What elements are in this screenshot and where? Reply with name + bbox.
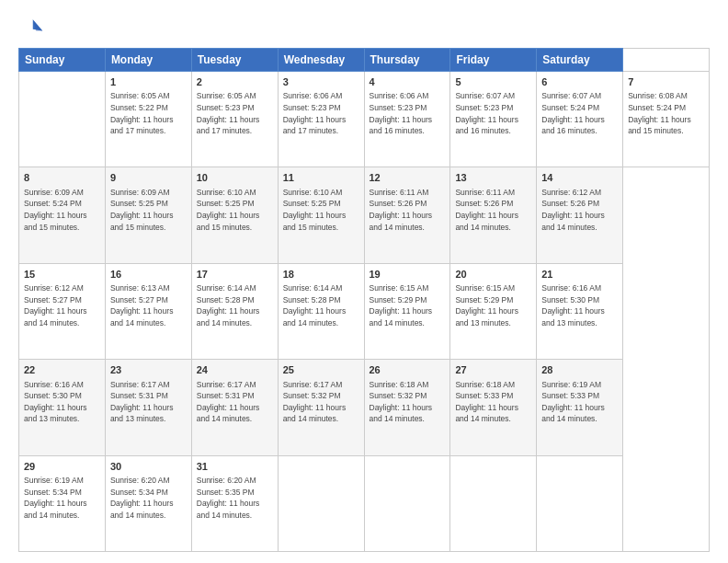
- calendar-cell: 29Sunrise: 6:19 AMSunset: 5:34 PMDayligh…: [19, 455, 106, 551]
- weekday-header-thursday: Thursday: [364, 49, 450, 72]
- day-number: 4: [370, 75, 446, 89]
- day-number: 20: [455, 268, 531, 282]
- day-info: Sunrise: 6:05 AMSunset: 5:23 PMDaylight:…: [197, 91, 260, 135]
- calendar-cell: 14Sunrise: 6:12 AMSunset: 5:26 PMDayligh…: [537, 167, 623, 263]
- day-info: Sunrise: 6:15 AMSunset: 5:29 PMDaylight:…: [370, 283, 433, 327]
- day-info: Sunrise: 6:11 AMSunset: 5:26 PMDaylight:…: [455, 188, 518, 232]
- day-info: Sunrise: 6:15 AMSunset: 5:29 PMDaylight:…: [455, 283, 518, 327]
- day-info: Sunrise: 6:14 AMSunset: 5:28 PMDaylight:…: [197, 283, 260, 327]
- calendar-cell: 30Sunrise: 6:20 AMSunset: 5:34 PMDayligh…: [105, 455, 191, 551]
- day-info: Sunrise: 6:18 AMSunset: 5:33 PMDaylight:…: [455, 380, 518, 424]
- calendar-cell: 4Sunrise: 6:06 AMSunset: 5:23 PMDaylight…: [364, 72, 450, 167]
- day-number: 11: [283, 171, 359, 185]
- day-number: 13: [455, 171, 531, 185]
- calendar-cell: 13Sunrise: 6:11 AMSunset: 5:26 PMDayligh…: [450, 167, 537, 263]
- day-info: Sunrise: 6:19 AMSunset: 5:33 PMDaylight:…: [541, 380, 605, 424]
- page: SundayMondayTuesdayWednesdayThursdayFrid…: [0, 0, 728, 563]
- calendar-cell: 5Sunrise: 6:07 AMSunset: 5:23 PMDaylight…: [450, 72, 537, 167]
- calendar-cell: 11Sunrise: 6:10 AMSunset: 5:25 PMDayligh…: [278, 167, 364, 263]
- calendar-cell: 23Sunrise: 6:17 AMSunset: 5:31 PMDayligh…: [105, 360, 191, 455]
- calendar-cell: [19, 72, 106, 167]
- day-number: 23: [110, 363, 187, 377]
- day-info: Sunrise: 6:17 AMSunset: 5:32 PMDaylight:…: [283, 380, 347, 424]
- calendar-cell: 15Sunrise: 6:12 AMSunset: 5:27 PMDayligh…: [19, 263, 106, 359]
- day-number: 28: [541, 363, 618, 377]
- calendar-cell: 1Sunrise: 6:05 AMSunset: 5:22 PMDaylight…: [105, 72, 191, 167]
- day-number: 3: [283, 75, 359, 89]
- calendar-cell: 25Sunrise: 6:17 AMSunset: 5:32 PMDayligh…: [278, 360, 364, 455]
- day-info: Sunrise: 6:13 AMSunset: 5:27 PMDaylight:…: [110, 283, 174, 327]
- day-number: 22: [24, 363, 100, 377]
- calendar-cell: 7Sunrise: 6:08 AMSunset: 5:24 PMDaylight…: [623, 72, 710, 167]
- day-number: 1: [110, 75, 187, 89]
- day-info: Sunrise: 6:16 AMSunset: 5:30 PMDaylight:…: [541, 283, 605, 327]
- day-number: 29: [24, 460, 100, 474]
- day-number: 26: [370, 363, 446, 377]
- day-info: Sunrise: 6:12 AMSunset: 5:27 PMDaylight:…: [24, 283, 87, 327]
- day-info: Sunrise: 6:07 AMSunset: 5:24 PMDaylight:…: [541, 91, 605, 135]
- calendar-cell: 17Sunrise: 6:14 AMSunset: 5:28 PMDayligh…: [191, 263, 278, 359]
- calendar-cell: 2Sunrise: 6:05 AMSunset: 5:23 PMDaylight…: [191, 72, 278, 167]
- day-info: Sunrise: 6:18 AMSunset: 5:32 PMDaylight:…: [370, 380, 433, 424]
- weekday-header-saturday: Saturday: [537, 49, 623, 72]
- day-number: 6: [541, 75, 618, 89]
- calendar-cell: [450, 455, 537, 551]
- calendar-cell: 24Sunrise: 6:17 AMSunset: 5:31 PMDayligh…: [191, 360, 278, 455]
- day-info: Sunrise: 6:14 AMSunset: 5:28 PMDaylight:…: [283, 283, 347, 327]
- day-info: Sunrise: 6:10 AMSunset: 5:25 PMDaylight:…: [283, 188, 347, 232]
- calendar-cell: 8Sunrise: 6:09 AMSunset: 5:24 PMDaylight…: [19, 167, 106, 263]
- day-number: 25: [283, 363, 359, 377]
- calendar-cell: 21Sunrise: 6:16 AMSunset: 5:30 PMDayligh…: [537, 263, 623, 359]
- day-info: Sunrise: 6:10 AMSunset: 5:25 PMDaylight:…: [197, 188, 260, 232]
- weekday-header-sunday: Sunday: [19, 49, 106, 72]
- calendar-week-row: 22Sunrise: 6:16 AMSunset: 5:30 PMDayligh…: [19, 360, 710, 455]
- day-info: Sunrise: 6:05 AMSunset: 5:22 PMDaylight:…: [110, 91, 174, 135]
- day-number: 19: [370, 268, 446, 282]
- day-info: Sunrise: 6:12 AMSunset: 5:26 PMDaylight:…: [541, 188, 605, 232]
- day-info: Sunrise: 6:09 AMSunset: 5:24 PMDaylight:…: [24, 188, 87, 232]
- calendar-cell: 19Sunrise: 6:15 AMSunset: 5:29 PMDayligh…: [364, 263, 450, 359]
- calendar-cell: [364, 455, 450, 551]
- calendar-week-row: 29Sunrise: 6:19 AMSunset: 5:34 PMDayligh…: [19, 455, 710, 551]
- logo: [18, 15, 48, 40]
- weekday-header-wednesday: Wednesday: [278, 49, 364, 72]
- calendar-header-row: SundayMondayTuesdayWednesdayThursdayFrid…: [19, 49, 710, 72]
- calendar-cell: 10Sunrise: 6:10 AMSunset: 5:25 PMDayligh…: [191, 167, 278, 263]
- day-number: 16: [110, 268, 187, 282]
- day-number: 17: [197, 268, 273, 282]
- calendar-cell: [278, 455, 364, 551]
- weekday-header-tuesday: Tuesday: [191, 49, 278, 72]
- day-info: Sunrise: 6:16 AMSunset: 5:30 PMDaylight:…: [24, 380, 87, 424]
- day-info: Sunrise: 6:06 AMSunset: 5:23 PMDaylight:…: [370, 91, 433, 135]
- day-number: 31: [197, 460, 273, 474]
- calendar-cell: 12Sunrise: 6:11 AMSunset: 5:26 PMDayligh…: [364, 167, 450, 263]
- day-number: 8: [24, 171, 100, 185]
- day-number: 24: [197, 363, 273, 377]
- calendar-cell: 20Sunrise: 6:15 AMSunset: 5:29 PMDayligh…: [450, 263, 537, 359]
- day-info: Sunrise: 6:20 AMSunset: 5:35 PMDaylight:…: [197, 476, 260, 520]
- day-number: 9: [110, 171, 187, 185]
- day-number: 2: [197, 75, 273, 89]
- day-number: 30: [110, 460, 187, 474]
- calendar-week-row: 1Sunrise: 6:05 AMSunset: 5:22 PMDaylight…: [19, 72, 710, 167]
- calendar-cell: 27Sunrise: 6:18 AMSunset: 5:33 PMDayligh…: [450, 360, 537, 455]
- calendar-cell: 22Sunrise: 6:16 AMSunset: 5:30 PMDayligh…: [19, 360, 106, 455]
- calendar-body: 1Sunrise: 6:05 AMSunset: 5:22 PMDaylight…: [19, 72, 710, 552]
- calendar-cell: 28Sunrise: 6:19 AMSunset: 5:33 PMDayligh…: [537, 360, 623, 455]
- day-number: 7: [628, 75, 704, 89]
- calendar-cell: [537, 455, 623, 551]
- calendar-cell: 26Sunrise: 6:18 AMSunset: 5:32 PMDayligh…: [364, 360, 450, 455]
- calendar-cell: 3Sunrise: 6:06 AMSunset: 5:23 PMDaylight…: [278, 72, 364, 167]
- day-info: Sunrise: 6:09 AMSunset: 5:25 PMDaylight:…: [110, 188, 174, 232]
- day-info: Sunrise: 6:17 AMSunset: 5:31 PMDaylight:…: [110, 380, 174, 424]
- day-number: 5: [455, 75, 531, 89]
- day-info: Sunrise: 6:11 AMSunset: 5:26 PMDaylight:…: [370, 188, 433, 232]
- day-number: 15: [24, 268, 100, 282]
- logo-icon: [18, 15, 44, 40]
- day-number: 14: [541, 171, 618, 185]
- day-info: Sunrise: 6:19 AMSunset: 5:34 PMDaylight:…: [24, 476, 87, 520]
- calendar-table: SundayMondayTuesdayWednesdayThursdayFrid…: [18, 48, 710, 552]
- weekday-header-monday: Monday: [105, 49, 191, 72]
- day-info: Sunrise: 6:07 AMSunset: 5:23 PMDaylight:…: [455, 91, 518, 135]
- day-info: Sunrise: 6:20 AMSunset: 5:34 PMDaylight:…: [110, 476, 174, 520]
